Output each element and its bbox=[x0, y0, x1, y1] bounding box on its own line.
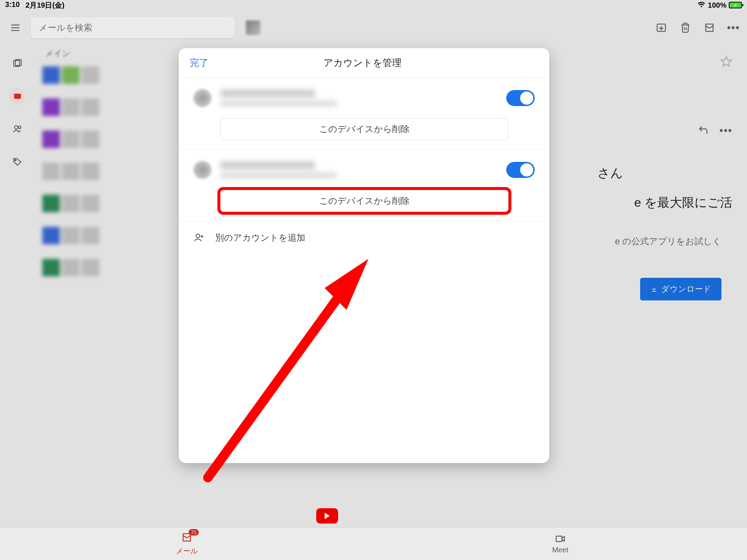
archive-icon[interactable] bbox=[655, 22, 667, 34]
mark-unread-icon[interactable] bbox=[703, 22, 716, 34]
status-date: 2月19日(金) bbox=[26, 0, 65, 10]
manage-accounts-modal: 完了 アカウントを管理 このデバイスから削除 このデバイスから削除 別のアカウン… bbox=[179, 48, 549, 463]
account-toggle[interactable] bbox=[506, 162, 535, 178]
wifi-icon bbox=[697, 0, 706, 11]
sidebar-item-social[interactable] bbox=[9, 121, 26, 137]
account-item-1: このデバイスから削除 bbox=[179, 78, 549, 150]
battery-icon: ⚡ bbox=[729, 2, 742, 8]
remove-from-device-button-2[interactable]: このデバイスから削除 bbox=[220, 190, 508, 212]
battery-percentage: 100% bbox=[708, 1, 727, 9]
svg-point-8 bbox=[15, 126, 18, 129]
download-label: ダウンロード bbox=[661, 284, 711, 295]
message-actions: ••• bbox=[698, 125, 732, 137]
star-icon[interactable] bbox=[720, 55, 732, 69]
bottom-tab-bar: 71 メール Meet bbox=[0, 527, 747, 560]
account-toggle[interactable] bbox=[506, 90, 535, 106]
sidebar-item-all[interactable] bbox=[9, 55, 26, 71]
svg-point-9 bbox=[18, 126, 21, 129]
message-toolbar: ••• bbox=[655, 22, 740, 34]
remove-from-device-button-1[interactable]: このデバイスから削除 bbox=[220, 118, 508, 140]
tab-mail[interactable]: 71 メール bbox=[0, 528, 374, 560]
account-avatar bbox=[193, 161, 212, 179]
status-time: 3:10 bbox=[5, 0, 20, 10]
sidebar-item-promotions[interactable] bbox=[9, 154, 26, 170]
tab-mail-label: メール bbox=[176, 546, 198, 556]
svg-marker-11 bbox=[721, 57, 731, 66]
profile-avatar[interactable] bbox=[246, 20, 260, 35]
message-more-icon[interactable]: ••• bbox=[720, 125, 732, 137]
done-button[interactable]: 完了 bbox=[190, 57, 209, 69]
svg-rect-12 bbox=[556, 536, 562, 542]
more-icon[interactable]: ••• bbox=[727, 22, 740, 34]
svg-marker-13 bbox=[562, 537, 564, 541]
add-account-row[interactable]: 別のアカウントを追加 bbox=[179, 222, 549, 254]
download-button[interactable]: ダウンロード bbox=[640, 278, 721, 300]
svg-point-10 bbox=[15, 160, 16, 161]
reply-icon[interactable] bbox=[698, 125, 709, 137]
account-item-2: このデバイスから削除 bbox=[179, 150, 549, 222]
account-info-redacted bbox=[220, 161, 506, 179]
search-input[interactable]: メールを検索 bbox=[31, 17, 235, 38]
tab-meet[interactable]: Meet bbox=[374, 528, 747, 560]
add-person-icon bbox=[193, 232, 204, 243]
modal-header: 完了 アカウントを管理 bbox=[179, 48, 549, 78]
status-bar: 3:10 2月19日(金) 100% ⚡ bbox=[0, 0, 747, 10]
menu-icon[interactable] bbox=[7, 20, 23, 36]
svg-point-14 bbox=[196, 234, 200, 238]
search-placeholder: メールを検索 bbox=[39, 22, 92, 34]
account-info-redacted bbox=[220, 89, 506, 107]
account-avatar bbox=[193, 89, 212, 107]
sidebar bbox=[0, 41, 35, 560]
add-account-label: 別のアカウントを追加 bbox=[215, 232, 305, 244]
youtube-icon bbox=[316, 508, 338, 524]
mail-badge: 71 bbox=[189, 529, 199, 536]
tab-meet-label: Meet bbox=[552, 546, 568, 554]
sidebar-item-primary[interactable] bbox=[9, 88, 26, 104]
delete-icon[interactable] bbox=[679, 22, 692, 34]
app-topbar: メールを検索 ••• bbox=[0, 15, 747, 41]
modal-title: アカウントを管理 bbox=[209, 57, 516, 69]
svg-rect-7 bbox=[14, 94, 21, 99]
